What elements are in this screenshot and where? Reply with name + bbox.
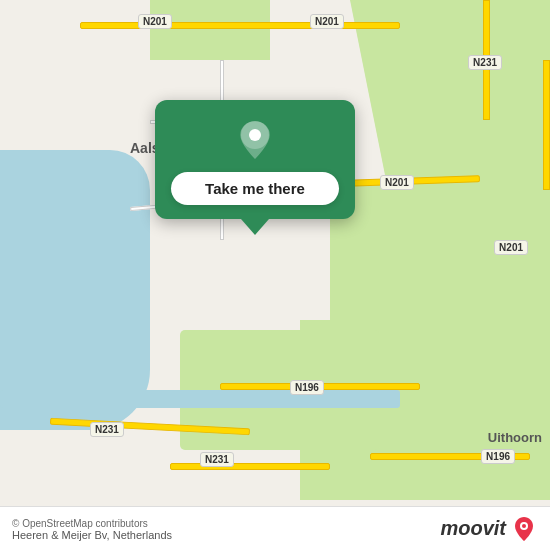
moovit-logo-area: moovit <box>440 515 538 543</box>
location-pin-icon <box>233 118 277 162</box>
road-label-n201-mid: N201 <box>380 175 414 190</box>
footer-country: Netherlands <box>113 529 172 541</box>
road-label-n201-top2: N201 <box>310 14 344 29</box>
take-me-there-button[interactable]: Take me there <box>171 172 339 205</box>
svg-point-1 <box>249 129 261 141</box>
road-label-n196-mid: N196 <box>290 380 324 395</box>
footer-bar: © OpenStreetMap contributors Heeren & Me… <box>0 506 550 550</box>
city-label-uithoorn: Uithoorn <box>488 430 542 445</box>
business-name: Heeren & Meijer Bv <box>12 529 107 541</box>
road-n231-top-right <box>543 60 550 190</box>
green-area-top-left <box>150 0 270 60</box>
map-container: N201 N201 N231 N201 N231 N196 N231 N231 … <box>0 0 550 550</box>
road-label-n201-top: N201 <box>138 14 172 29</box>
svg-point-3 <box>522 524 526 528</box>
water-canal <box>0 390 400 408</box>
road-label-n231-b: N231 <box>200 452 234 467</box>
osm-attribution: © OpenStreetMap contributors <box>12 518 148 529</box>
green-area-mid-right <box>330 180 550 340</box>
road-label-n231-b2: N231 <box>90 422 124 437</box>
water-lake <box>0 150 150 430</box>
moovit-icon <box>510 515 538 543</box>
road-label-n201-right: N201 <box>494 240 528 255</box>
road-n201-top <box>80 22 400 29</box>
road-label-n196-right: N196 <box>481 449 515 464</box>
footer-left: © OpenStreetMap contributors Heeren & Me… <box>12 517 172 541</box>
road-label-n231-top: N231 <box>468 55 502 70</box>
road-n231-bottom2 <box>170 463 330 470</box>
moovit-text: moovit <box>440 517 506 540</box>
popup-card: Take me there <box>155 100 355 219</box>
